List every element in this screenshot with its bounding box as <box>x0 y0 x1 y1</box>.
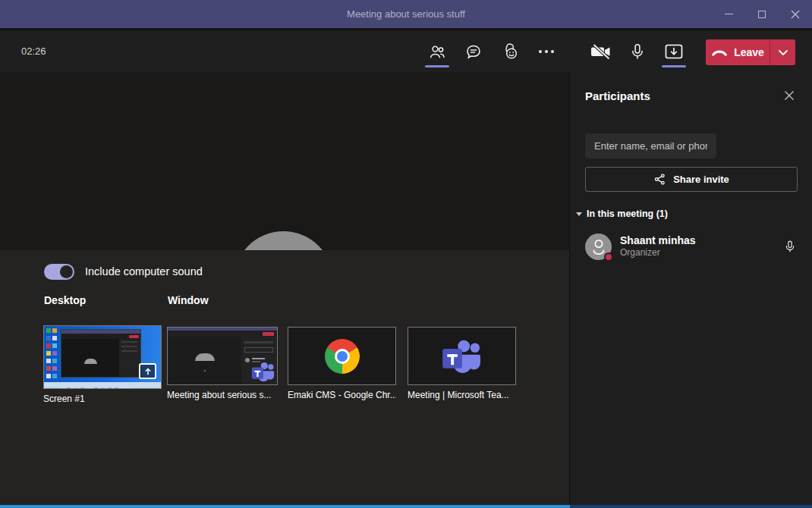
camera-off-icon <box>590 42 612 61</box>
thumbnail-label: Emaki CMS - Google Chr... <box>288 390 396 400</box>
chevron-down-icon <box>778 49 788 56</box>
participants-button[interactable] <box>420 34 455 68</box>
close-icon <box>791 10 800 19</box>
teams-app-preview <box>408 328 515 384</box>
collapse-triangle-icon <box>576 212 582 216</box>
share-thumbnail-screen1: Screen #1 <box>43 325 162 404</box>
camera-toggle-button[interactable] <box>584 34 618 68</box>
share-thumbnail-teams-app: Meeting | Microsoft Tea... <box>408 327 516 400</box>
leave-button[interactable]: Leave <box>706 39 770 65</box>
participant-mic-button[interactable] <box>783 240 797 253</box>
microphone-icon <box>783 240 797 253</box>
leave-label: Leave <box>734 46 764 58</box>
share-invite-button[interactable]: Share invite <box>585 167 798 192</box>
desktop-preview <box>44 326 161 388</box>
share-thumbnail-teams-app-preview[interactable] <box>408 327 516 385</box>
toggle-knob <box>60 265 73 278</box>
mini-taskbar <box>44 382 161 388</box>
thumbnail-label: Meeting about serious s... <box>167 390 278 400</box>
microphone-icon <box>628 42 647 61</box>
share-thumbnail-meeting-window-preview[interactable] <box>167 327 278 385</box>
thumbnail-label: Screen #1 <box>43 394 162 404</box>
chat-button[interactable] <box>456 34 491 68</box>
close-panel-button[interactable] <box>779 85 800 106</box>
chrome-window-preview <box>288 328 395 384</box>
mini-teams-window <box>61 329 141 378</box>
thumbnail-label: Meeting | Microsoft Tea... <box>408 390 516 400</box>
share-tray-icon <box>664 43 684 60</box>
computer-sound-label: Include computer sound <box>85 265 203 278</box>
share-thumbnail-meeting-window: Meeting about serious s... <box>167 327 278 400</box>
meeting-toolbar: 02:26 <box>0 30 812 72</box>
screen-share-tray: Include computer sound Desktop Window <box>0 250 569 505</box>
minimize-button[interactable] <box>712 0 745 28</box>
participant-name: Shaant minhas <box>620 234 783 247</box>
desktop-icons <box>45 327 58 383</box>
teams-logo-icon <box>442 337 483 375</box>
microphone-toggle-button[interactable] <box>620 34 655 68</box>
leave-options-button[interactable] <box>770 39 795 65</box>
desktop-group-label: Desktop <box>44 294 86 306</box>
share-icon <box>653 173 666 186</box>
teams-meeting-window: Meeting about serious stuff 02:26 <box>0 0 812 508</box>
section-label: In this meeting (1) <box>587 209 668 219</box>
maximize-icon <box>758 11 766 18</box>
participants-title: Participants <box>585 72 650 119</box>
more-options-button[interactable] <box>529 34 564 68</box>
share-thumbnail-screen1-preview[interactable] <box>43 325 162 389</box>
leave-button-group: Leave <box>706 39 795 65</box>
taskbar-edge-left <box>0 505 570 508</box>
people-icon <box>428 42 446 61</box>
meeting-window-preview <box>168 328 277 384</box>
participants-body: Share invite In this meeting (1) Shaant … <box>570 119 812 505</box>
ellipsis-icon <box>539 50 554 53</box>
share-invite-label: Share invite <box>673 174 729 185</box>
close-icon <box>784 90 795 101</box>
window-group-label: Window <box>168 294 209 306</box>
chat-icon <box>464 42 483 61</box>
taskbar-edge <box>0 505 812 508</box>
share-arrow-overlay-icon <box>139 363 156 379</box>
hang-up-icon <box>711 48 728 57</box>
avatar <box>585 234 612 260</box>
participants-header: Participants <box>570 72 812 119</box>
reactions-icon <box>500 42 520 61</box>
share-tray-button[interactable] <box>656 34 691 68</box>
window-title: Meeting about serious stuff <box>0 0 812 28</box>
participant-row[interactable]: Shaant minhas Organizer <box>585 231 797 262</box>
share-thumbnail-chrome: Emaki CMS - Google Chr... <box>288 327 396 400</box>
participants-panel: Participants Share invite In this meetin… <box>569 72 812 505</box>
computer-sound-toggle[interactable] <box>44 264 74 280</box>
close-button[interactable] <box>779 0 812 28</box>
chrome-logo-icon <box>325 339 360 374</box>
meeting-timer: 02:26 <box>21 30 46 72</box>
titlebar: Meeting about serious stuff <box>0 0 812 28</box>
in-this-meeting-section[interactable]: In this meeting (1) <box>576 209 812 219</box>
presence-busy-dot <box>604 252 613 262</box>
share-thumbnail-chrome-preview[interactable] <box>288 327 396 385</box>
participant-role: Organizer <box>620 247 783 259</box>
teams-logo-icon <box>251 361 275 383</box>
invite-search-input[interactable] <box>585 133 716 158</box>
maximize-button[interactable] <box>745 0 779 28</box>
reactions-button[interactable] <box>493 34 527 68</box>
taskbar-edge-right <box>570 505 812 508</box>
minimize-icon <box>725 14 733 14</box>
meeting-stage: Include computer sound Desktop Window <box>0 72 569 505</box>
